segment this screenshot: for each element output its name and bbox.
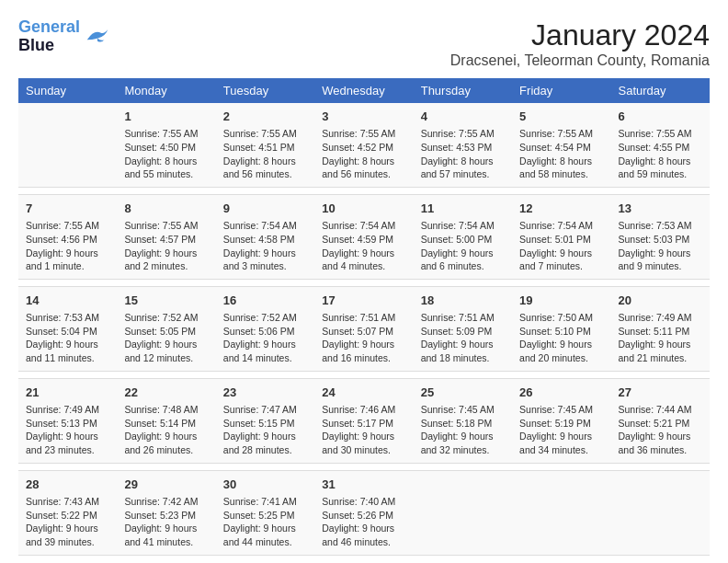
day-info: Sunrise: 7:40 AMSunset: 5:26 PMDaylight:… bbox=[322, 495, 405, 549]
day-number: 20 bbox=[619, 293, 702, 309]
day-info: Sunrise: 7:51 AMSunset: 5:07 PMDaylight:… bbox=[322, 311, 405, 365]
calendar-cell: 29Sunrise: 7:42 AMSunset: 5:23 PMDayligh… bbox=[117, 470, 215, 555]
calendar-week-row: 21Sunrise: 7:49 AMSunset: 5:13 PMDayligh… bbox=[18, 378, 710, 463]
day-number: 7 bbox=[26, 201, 109, 217]
day-number: 18 bbox=[421, 293, 505, 309]
day-number: 17 bbox=[322, 293, 405, 309]
calendar-cell: 18Sunrise: 7:51 AMSunset: 5:09 PMDayligh… bbox=[414, 286, 512, 371]
day-number: 19 bbox=[519, 293, 603, 309]
day-info: Sunrise: 7:52 AMSunset: 5:05 PMDaylight:… bbox=[124, 311, 208, 365]
day-info: Sunrise: 7:50 AMSunset: 5:10 PMDaylight:… bbox=[519, 311, 603, 365]
calendar-cell: 31Sunrise: 7:40 AMSunset: 5:26 PMDayligh… bbox=[314, 470, 413, 555]
calendar-cell: 23Sunrise: 7:47 AMSunset: 5:15 PMDayligh… bbox=[216, 378, 314, 463]
day-number: 12 bbox=[519, 201, 603, 217]
week-separator bbox=[18, 463, 710, 470]
day-number: 6 bbox=[619, 109, 702, 125]
calendar-cell: 20Sunrise: 7:49 AMSunset: 5:11 PMDayligh… bbox=[611, 286, 710, 371]
page-subtitle: Dracsenei, Teleorman County, Romania bbox=[450, 52, 710, 69]
calendar-week-row: 28Sunrise: 7:43 AMSunset: 5:22 PMDayligh… bbox=[18, 470, 710, 555]
day-info: Sunrise: 7:55 AMSunset: 4:51 PMDaylight:… bbox=[223, 127, 307, 181]
day-info: Sunrise: 7:53 AMSunset: 5:04 PMDaylight:… bbox=[26, 311, 109, 365]
calendar-cell: 13Sunrise: 7:53 AMSunset: 5:03 PMDayligh… bbox=[611, 194, 710, 279]
day-number: 11 bbox=[421, 201, 505, 217]
day-number: 9 bbox=[223, 201, 307, 217]
calendar-cell: 25Sunrise: 7:45 AMSunset: 5:18 PMDayligh… bbox=[414, 378, 512, 463]
calendar-cell: 14Sunrise: 7:53 AMSunset: 5:04 PMDayligh… bbox=[18, 286, 117, 371]
calendar-cell: 24Sunrise: 7:46 AMSunset: 5:17 PMDayligh… bbox=[314, 378, 413, 463]
day-number: 30 bbox=[223, 477, 307, 493]
calendar-cell: 17Sunrise: 7:51 AMSunset: 5:07 PMDayligh… bbox=[314, 286, 413, 371]
day-info: Sunrise: 7:48 AMSunset: 5:14 PMDaylight:… bbox=[124, 403, 208, 457]
day-number: 28 bbox=[26, 477, 109, 493]
day-info: Sunrise: 7:54 AMSunset: 4:58 PMDaylight:… bbox=[223, 219, 307, 273]
day-info: Sunrise: 7:43 AMSunset: 5:22 PMDaylight:… bbox=[26, 495, 109, 549]
week-separator bbox=[18, 279, 710, 286]
calendar-header-row: SundayMondayTuesdayWednesdayThursdayFrid… bbox=[18, 78, 710, 103]
day-number: 3 bbox=[322, 109, 405, 125]
calendar-cell: 8Sunrise: 7:55 AMSunset: 4:57 PMDaylight… bbox=[117, 194, 215, 279]
day-number: 24 bbox=[322, 385, 405, 401]
day-info: Sunrise: 7:47 AMSunset: 5:15 PMDaylight:… bbox=[223, 403, 307, 457]
day-number: 8 bbox=[124, 201, 208, 217]
day-number: 27 bbox=[619, 385, 702, 401]
separator-cell bbox=[18, 463, 710, 470]
day-info: Sunrise: 7:55 AMSunset: 4:56 PMDaylight:… bbox=[26, 219, 109, 273]
day-info: Sunrise: 7:54 AMSunset: 4:59 PMDaylight:… bbox=[322, 219, 405, 273]
day-number: 14 bbox=[26, 293, 109, 309]
day-info: Sunrise: 7:49 AMSunset: 5:13 PMDaylight:… bbox=[26, 403, 109, 457]
week-separator bbox=[18, 371, 710, 378]
calendar-week-row: 14Sunrise: 7:53 AMSunset: 5:04 PMDayligh… bbox=[18, 286, 710, 371]
day-info: Sunrise: 7:53 AMSunset: 5:03 PMDaylight:… bbox=[619, 219, 702, 273]
header-saturday: Saturday bbox=[611, 78, 710, 103]
calendar-cell: 22Sunrise: 7:48 AMSunset: 5:14 PMDayligh… bbox=[117, 378, 215, 463]
calendar-cell: 7Sunrise: 7:55 AMSunset: 4:56 PMDaylight… bbox=[18, 194, 117, 279]
day-number: 15 bbox=[124, 293, 208, 309]
calendar-cell: 12Sunrise: 7:54 AMSunset: 5:01 PMDayligh… bbox=[512, 194, 610, 279]
calendar-cell: 30Sunrise: 7:41 AMSunset: 5:25 PMDayligh… bbox=[216, 470, 314, 555]
day-number: 21 bbox=[26, 385, 109, 401]
day-info: Sunrise: 7:44 AMSunset: 5:21 PMDaylight:… bbox=[619, 403, 702, 457]
separator-cell bbox=[18, 279, 710, 286]
day-info: Sunrise: 7:55 AMSunset: 4:57 PMDaylight:… bbox=[124, 219, 208, 273]
calendar-cell bbox=[512, 470, 610, 555]
day-number: 10 bbox=[322, 201, 405, 217]
calendar-week-row: 7Sunrise: 7:55 AMSunset: 4:56 PMDaylight… bbox=[18, 194, 710, 279]
calendar-cell: 6Sunrise: 7:55 AMSunset: 4:55 PMDaylight… bbox=[611, 103, 710, 187]
calendar-cell: 11Sunrise: 7:54 AMSunset: 5:00 PMDayligh… bbox=[414, 194, 512, 279]
logo: GeneralBlue bbox=[18, 18, 111, 55]
title-block: January 2024 Dracsenei, Teleorman County… bbox=[450, 18, 710, 69]
header-wednesday: Wednesday bbox=[314, 78, 413, 103]
day-info: Sunrise: 7:45 AMSunset: 5:18 PMDaylight:… bbox=[421, 403, 505, 457]
calendar-cell: 28Sunrise: 7:43 AMSunset: 5:22 PMDayligh… bbox=[18, 470, 117, 555]
calendar-cell: 2Sunrise: 7:55 AMSunset: 4:51 PMDaylight… bbox=[216, 103, 314, 187]
header-tuesday: Tuesday bbox=[216, 78, 314, 103]
day-number: 29 bbox=[124, 477, 208, 493]
day-info: Sunrise: 7:51 AMSunset: 5:09 PMDaylight:… bbox=[421, 311, 505, 365]
day-info: Sunrise: 7:52 AMSunset: 5:06 PMDaylight:… bbox=[223, 311, 307, 365]
day-info: Sunrise: 7:55 AMSunset: 4:52 PMDaylight:… bbox=[322, 127, 405, 181]
calendar-cell bbox=[18, 103, 117, 187]
calendar-cell: 10Sunrise: 7:54 AMSunset: 4:59 PMDayligh… bbox=[314, 194, 413, 279]
header-thursday: Thursday bbox=[414, 78, 512, 103]
day-info: Sunrise: 7:49 AMSunset: 5:11 PMDaylight:… bbox=[619, 311, 702, 365]
day-number: 26 bbox=[519, 385, 603, 401]
calendar-cell: 21Sunrise: 7:49 AMSunset: 5:13 PMDayligh… bbox=[18, 378, 117, 463]
day-info: Sunrise: 7:55 AMSunset: 4:55 PMDaylight:… bbox=[619, 127, 702, 181]
calendar-cell: 3Sunrise: 7:55 AMSunset: 4:52 PMDaylight… bbox=[314, 103, 413, 187]
logo-text: GeneralBlue bbox=[18, 18, 80, 55]
day-info: Sunrise: 7:41 AMSunset: 5:25 PMDaylight:… bbox=[223, 495, 307, 549]
calendar-week-row: 1Sunrise: 7:55 AMSunset: 4:50 PMDaylight… bbox=[18, 103, 710, 187]
logo-bird-icon bbox=[84, 25, 111, 48]
day-number: 16 bbox=[223, 293, 307, 309]
header-monday: Monday bbox=[117, 78, 215, 103]
day-number: 2 bbox=[223, 109, 307, 125]
day-number: 23 bbox=[223, 385, 307, 401]
day-info: Sunrise: 7:46 AMSunset: 5:17 PMDaylight:… bbox=[322, 403, 405, 457]
header-sunday: Sunday bbox=[18, 78, 117, 103]
page-title: January 2024 bbox=[450, 18, 710, 52]
separator-cell bbox=[18, 371, 710, 378]
separator-cell bbox=[18, 187, 710, 194]
day-info: Sunrise: 7:55 AMSunset: 4:53 PMDaylight:… bbox=[421, 127, 505, 181]
calendar-cell: 26Sunrise: 7:45 AMSunset: 5:19 PMDayligh… bbox=[512, 378, 610, 463]
day-info: Sunrise: 7:54 AMSunset: 5:00 PMDaylight:… bbox=[421, 219, 505, 273]
